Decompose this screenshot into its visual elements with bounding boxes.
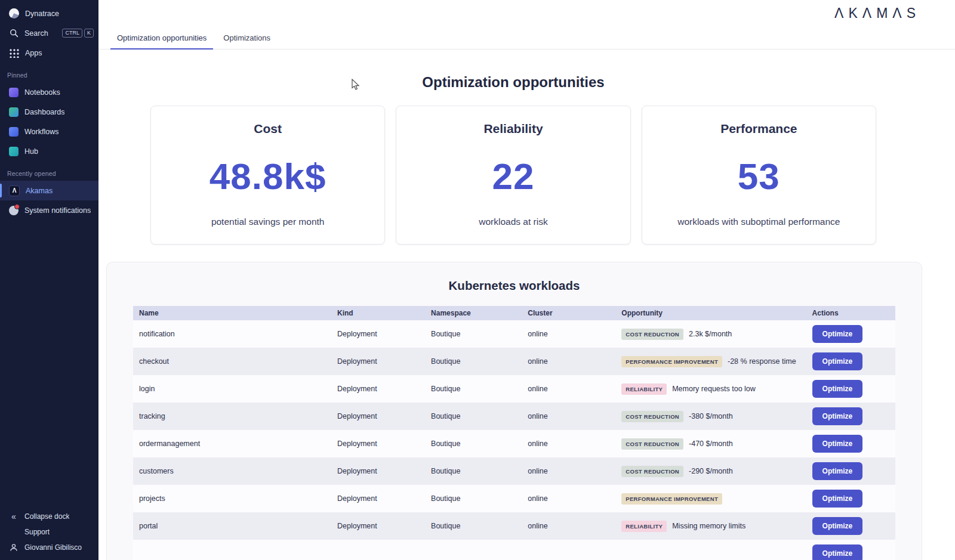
sidebar-pinned-item[interactable]: Notebooks [0,82,98,102]
tab[interactable]: Optimizations [217,27,277,49]
sidebar-item-apps[interactable]: Apps [0,43,98,63]
optimize-button[interactable]: Optimize [812,352,863,370]
pinned-list: Notebooks Dashboards Workflows Hub [0,82,98,161]
user-name-label: Giovanni Gibilisco [24,543,82,552]
cell-actions: Optimize [806,375,895,403]
cell-kind: Deployment [331,430,425,457]
cell-actions: Optimize [806,485,895,512]
cell-namespace: Boutique [425,512,522,540]
opportunity-detail: -28 % response time [728,357,796,366]
sidebar-item-search[interactable]: Search CTRL K [0,23,98,43]
support-label: Support [24,528,50,536]
cell-namespace [425,540,522,560]
optimize-button[interactable]: Optimize [812,407,863,425]
pinned-section-label: Pinned [0,63,98,82]
collapse-dock-button[interactable]: « Collapse dock [0,509,98,524]
cell-actions: Optimize [806,320,895,348]
cell-opportunity: PERFORMANCE IMPROVEMENT [615,485,806,512]
optimize-button[interactable]: Optimize [812,490,863,508]
column-header: Actions [806,306,895,320]
column-header: Name [133,306,331,320]
cell-actions: Optimize [806,403,895,430]
notebooks-icon [9,88,19,97]
search-label: Search [24,29,48,38]
cell-cluster: online [522,320,615,348]
summary-card: Performance 53 workloads with suboptimal… [642,106,876,245]
apps-label: Apps [25,49,42,57]
cell-opportunity: RELIABILITY Memory requests too low [615,375,806,403]
cell-name [133,540,331,560]
optimize-button[interactable]: Optimize [812,517,863,535]
cell-namespace: Boutique [425,375,522,403]
opportunity-detail: Missing memory limits [672,522,745,530]
table-row: login Deployment Boutique online RELIABI… [133,375,895,403]
sidebar-pinned-item[interactable]: Dashboards [0,102,98,122]
dashboards-icon [9,107,19,117]
collapse-chevrons-icon: « [9,512,19,521]
workloads-panel: Kubernetes workloads Name Kind Namespace [106,262,922,560]
cell-name: customers [133,457,331,485]
search-icon [9,29,19,38]
sidebar-recent-item[interactable]: System notifications [0,200,98,220]
workloads-title: Kubernetes workloads [133,262,895,306]
cell-name: login [133,375,331,403]
cell-actions: Optimize [806,348,895,375]
summary-card: Cost 48.8k$ potential savings per month [150,106,385,245]
cell-kind: Deployment [331,485,425,512]
opportunity-detail: -380 $/month [689,412,733,420]
sidebar-pinned-item[interactable]: Workflows [0,122,98,141]
cell-cluster [522,540,615,560]
optimize-button[interactable]: Optimize [812,325,863,343]
cell-cluster: online [522,375,615,403]
sidebar-item-dynatrace[interactable]: Dynatrace [0,4,98,23]
card-value: 48.8k$ [210,136,326,216]
cell-namespace: Boutique [425,430,522,457]
table-row: notification Deployment Boutique online … [133,320,895,348]
support-button[interactable]: Support [0,524,98,540]
tab[interactable]: Optimization opportunities [110,27,213,49]
table-row: projects Deployment Boutique online PERF… [133,485,895,512]
cell-namespace: Boutique [425,403,522,430]
table-row: checkout Deployment Boutique online PERF… [133,348,895,375]
cell-cluster: online [522,485,615,512]
table-row: ordermanagement Deployment Boutique onli… [133,430,895,457]
hub-icon [9,147,19,156]
table-body: notification Deployment Boutique online … [133,320,895,560]
cell-kind: Deployment [331,457,425,485]
recent-list: Akamas System notifications [0,181,98,220]
cell-namespace: Boutique [425,348,522,375]
cell-actions: Optimize [806,430,895,457]
akamas-logo: ΛKΛMΛS [834,5,920,21]
table-row: Optimize [133,540,895,560]
cell-opportunity: COST REDUCTION 2.3k $/month [615,320,806,348]
optimize-button[interactable]: Optimize [812,544,863,560]
opportunity-detail: -290 $/month [689,467,733,475]
optimize-button[interactable]: Optimize [812,435,863,453]
summary-cards: Cost 48.8k$ potential savings per month … [150,106,876,245]
pinned-item-label: Workflows [24,128,58,136]
brand-label: Dynatrace [25,10,59,18]
opportunity-badge: RELIABILITY [621,383,667,395]
card-subtitle: potential savings per month [211,216,325,227]
pinned-item-label: Notebooks [24,88,60,97]
cell-cluster: online [522,512,615,540]
recent-item-label: Akamas [26,187,53,195]
workflows-icon [9,127,19,137]
cell-cluster: online [522,348,615,375]
search-shortcut: CTRL K [62,29,94,38]
sidebar-recent-item[interactable]: Akamas [0,181,98,200]
column-header: Kind [331,306,425,320]
user-menu[interactable]: Giovanni Gibilisco [0,540,98,555]
cell-namespace: Boutique [425,485,522,512]
optimize-button[interactable]: Optimize [812,462,863,480]
optimize-button[interactable]: Optimize [812,380,863,398]
cell-kind: Deployment [331,375,425,403]
cell-kind: Deployment [331,403,425,430]
opportunity-detail: Memory requests too low [672,385,756,393]
page-title: Optimization opportunities [150,74,876,91]
cell-namespace: Boutique [425,320,522,348]
sidebar-pinned-item[interactable]: Hub [0,141,98,161]
tab-bar: Optimization opportunities Optimizations [98,27,955,49]
sidebar-footer: « Collapse dock Support Giovanni Gibilis… [0,509,98,560]
pinned-item-label: Hub [24,147,38,156]
